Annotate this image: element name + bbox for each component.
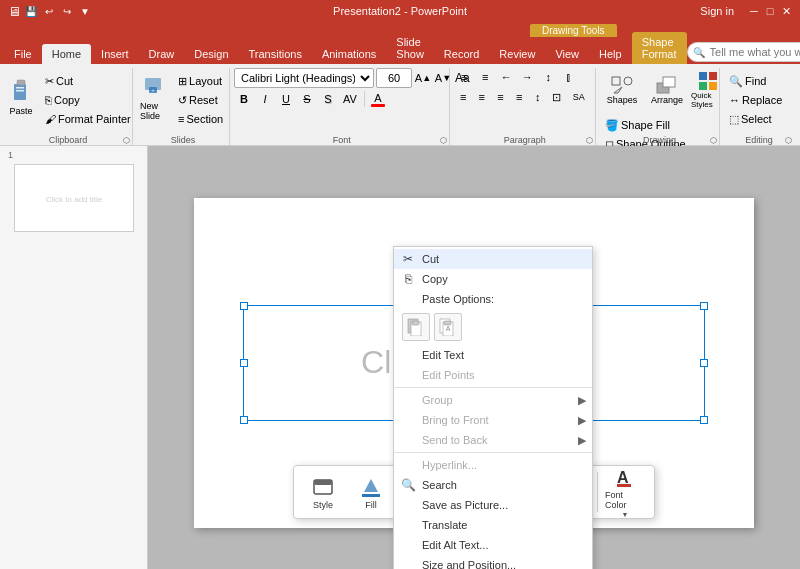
save-qa-btn[interactable]: 💾 <box>23 3 39 19</box>
signin-button[interactable]: Sign in <box>690 1 744 21</box>
mini-style-button[interactable]: Style <box>300 470 346 514</box>
mini-font-color-button[interactable]: A Font Color ▼ <box>602 470 648 514</box>
quick-styles-button[interactable]: Quick Styles <box>690 68 726 112</box>
menu-edit-alt-text[interactable]: Edit Alt Text... <box>394 535 592 555</box>
maximize-btn[interactable]: □ <box>764 5 776 17</box>
mini-font-color-dropdown-icon[interactable]: ▼ <box>622 511 629 518</box>
handle-br[interactable] <box>700 416 708 424</box>
menu-translate[interactable]: Translate <box>394 515 592 535</box>
tab-shape-format[interactable]: Shape Format <box>632 32 687 64</box>
format-painter-button[interactable]: 🖌 Format Painter <box>40 110 136 128</box>
drawing-group-label: Drawing <box>600 135 719 145</box>
cut-button[interactable]: ✂ Cut <box>40 72 136 90</box>
paragraph-group-label: Paragraph <box>454 135 595 145</box>
menu-search[interactable]: 🔍 Search <box>394 475 592 495</box>
tab-design[interactable]: Design <box>184 44 238 64</box>
menu-size-position[interactable]: Size and Position... <box>394 555 592 569</box>
redo-btn[interactable]: ↪ <box>59 3 75 19</box>
font-expand-icon[interactable]: ⬡ <box>440 136 447 145</box>
editing-expand-icon[interactable]: ⬡ <box>785 136 792 145</box>
select-button[interactable]: ⬚ Select <box>724 110 790 128</box>
copy-button[interactable]: ⎘ Copy <box>40 91 136 109</box>
menu-cut[interactable]: ✂ Cut <box>394 249 592 269</box>
shadow-button[interactable]: S <box>318 90 338 108</box>
handle-bl[interactable] <box>240 416 248 424</box>
tab-view[interactable]: View <box>545 44 589 64</box>
increase-font-btn[interactable]: A▲ <box>414 69 432 87</box>
arrange-button[interactable]: Arrange <box>645 68 689 112</box>
paragraph-expand-icon[interactable]: ⬡ <box>586 136 593 145</box>
char-spacing-button[interactable]: AV <box>339 90 361 108</box>
paste-button[interactable]: Paste <box>4 68 38 124</box>
tab-file[interactable]: File <box>4 44 42 64</box>
tab-record[interactable]: Record <box>434 44 489 64</box>
strikethrough-button[interactable]: S <box>297 90 317 108</box>
underline-button[interactable]: U <box>276 90 296 108</box>
replace-icon: ↔ <box>729 94 740 106</box>
undo-btn[interactable]: ↩ <box>41 3 57 19</box>
tab-insert[interactable]: Insert <box>91 44 139 64</box>
tab-help[interactable]: Help <box>589 44 632 64</box>
paste-option-1[interactable] <box>402 313 430 341</box>
tab-transitions[interactable]: Transitions <box>239 44 312 64</box>
line-spacing-button[interactable]: ↕ <box>538 68 558 86</box>
minimize-btn[interactable]: ─ <box>748 5 760 17</box>
mini-fill-button[interactable]: Fill <box>348 470 394 514</box>
font-name-select[interactable]: Calibri Light (Headings) <box>234 68 374 88</box>
numbering-button[interactable]: ≡ <box>475 68 495 86</box>
justify-button[interactable]: ≡ <box>510 88 528 106</box>
section-button[interactable]: ≡ Section <box>173 110 228 128</box>
find-button[interactable]: 🔍 Find <box>724 72 790 90</box>
menu-save-as-picture[interactable]: Save as Picture... <box>394 495 592 515</box>
layout-button[interactable]: ⊞ Layout <box>173 72 228 90</box>
drawing-expand-icon[interactable]: ⬡ <box>710 136 717 145</box>
increase-indent-button[interactable]: → <box>517 68 537 86</box>
align-text-button[interactable]: ⊡ <box>548 88 566 106</box>
reset-button[interactable]: ↺ Reset <box>173 91 228 109</box>
align-left-button[interactable]: ≡ <box>454 88 472 106</box>
font-size-input[interactable] <box>376 68 412 88</box>
text-direction-button[interactable]: ↕ <box>529 88 547 106</box>
slide-thumbnail[interactable]: Click to add title <box>14 164 134 232</box>
columns-button[interactable]: ⫿ <box>559 68 579 86</box>
drawing-tools-tab[interactable]: Drawing Tools <box>530 24 617 37</box>
qa-dropdown-btn[interactable]: ▼ <box>77 3 93 19</box>
decrease-indent-button[interactable]: ← <box>496 68 516 86</box>
tab-home[interactable]: Home <box>42 44 91 64</box>
canvas-area: Click to add title ✂ Cut ⎘ Copy Paste Op… <box>148 146 800 569</box>
paste-option-2[interactable]: A <box>434 313 462 341</box>
italic-button[interactable]: I <box>255 90 275 108</box>
bold-button[interactable]: B <box>234 90 254 108</box>
menu-copy[interactable]: ⎘ Copy <box>394 269 592 289</box>
smartart-button[interactable]: SA <box>566 88 591 106</box>
shape-fill-button[interactable]: 🪣 Shape Fill <box>600 116 726 134</box>
tab-review[interactable]: Review <box>489 44 545 64</box>
handle-mr[interactable] <box>700 359 708 367</box>
menu-edit-text[interactable]: Edit Text <box>394 345 592 365</box>
copy-menu-icon: ⎘ <box>400 271 416 287</box>
handle-tr[interactable] <box>700 302 708 310</box>
align-center-button[interactable]: ≡ <box>473 88 491 106</box>
tab-draw[interactable]: Draw <box>139 44 185 64</box>
window-title: Presentation2 - PowerPoint <box>333 5 467 17</box>
menu-paste-options-header: Paste Options: <box>394 289 592 309</box>
bullets-button[interactable]: ≡ <box>454 68 474 86</box>
close-btn[interactable]: ✕ <box>780 5 792 17</box>
menu-separator-2 <box>394 452 592 453</box>
layout-label: Layout <box>189 75 222 87</box>
tab-animations[interactable]: Animations <box>312 44 386 64</box>
handle-tl[interactable] <box>240 302 248 310</box>
cut-menu-icon: ✂ <box>400 251 416 267</box>
decrease-font-btn[interactable]: A▼ <box>434 69 452 87</box>
tab-slideshow[interactable]: Slide Show <box>386 32 434 64</box>
mini-separator-2 <box>597 472 598 512</box>
shapes-button[interactable]: Shapes <box>600 68 644 112</box>
font-color-button[interactable]: A <box>368 90 388 108</box>
new-slide-button[interactable]: + New Slide <box>137 68 171 124</box>
clipboard-expand-icon[interactable]: ⬡ <box>123 136 130 145</box>
font-color-bar <box>371 104 385 107</box>
handle-ml[interactable] <box>240 359 248 367</box>
align-right-button[interactable]: ≡ <box>492 88 510 106</box>
new-slide-icon: + <box>140 71 168 99</box>
replace-button[interactable]: ↔ Replace <box>724 91 790 109</box>
